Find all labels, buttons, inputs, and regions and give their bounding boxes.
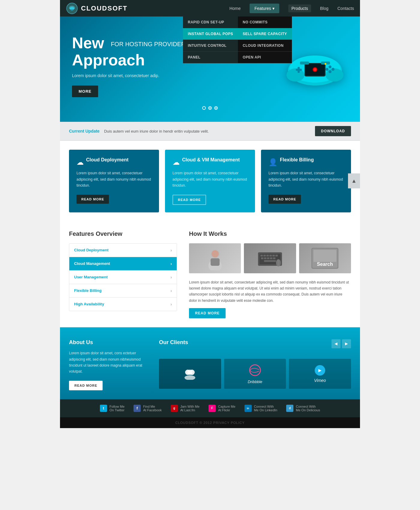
scroll-top-button[interactable]: ▲ [348, 173, 360, 188]
nav-links: Home Features ▾ Products Blog Contacts [230, 4, 354, 13]
service-text-2: Lorem ipsum dolor sit amet, consectetuer… [172, 170, 248, 188]
dropdown-right-col: NO COMMITS SELL SPARE CAPACITY CLOUD INT… [238, 16, 292, 63]
footer-blue: About Us Lorem ipsum dolor sit amet, con… [60, 327, 360, 399]
clients-nav-arrows: ◄ ► [332, 339, 351, 348]
how-it-works-text: Lorem ipsum dolor sit amet, consectetuer… [189, 279, 351, 304]
slider-dot-3[interactable] [214, 106, 218, 110]
update-label: Current Update [69, 129, 100, 134]
social-twitter[interactable]: t Follow Me On Twitter [100, 405, 124, 412]
svg-rect-38 [264, 260, 276, 262]
how-image-search: Search [299, 243, 351, 273]
hero-approach: Approach [72, 51, 145, 69]
service-card-cloud-vm: ☁ Cloud & VM Management Lorem ipsum dolo… [165, 150, 255, 212]
footer-clients-title: Our Clients [159, 339, 188, 346]
chevron-right-icon-1: › [170, 261, 172, 266]
social-delicious[interactable]: d Connect With Me On Delicious [286, 405, 320, 412]
slider-dot-2[interactable] [208, 106, 212, 110]
footer-clients: Our Clients ◄ ► Dr [159, 339, 351, 389]
accordion-cloud-management[interactable]: Cloud Management › [69, 257, 177, 271]
service-title-3: Flexible Billing [280, 157, 314, 163]
clients-prev-button[interactable]: ◄ [332, 339, 340, 348]
dropdown-open-api[interactable]: OPEN API [238, 52, 292, 63]
accordion-cloud-deployment[interactable]: Cloud Deployment › [69, 244, 177, 257]
svg-point-11 [314, 68, 316, 71]
footer-about-read-more[interactable]: READ MORE [69, 381, 103, 390]
svg-rect-36 [270, 257, 272, 259]
dropdown-instant-global-pops[interactable]: INSTANT GLOBAL POPS [183, 28, 238, 40]
dropdown-sell-spare-capacity[interactable]: SELL SPARE CAPACITY [238, 28, 292, 40]
vimeo-label: Vimeo [314, 378, 326, 383]
svg-rect-33 [261, 257, 263, 259]
dropdown-no-commits[interactable]: NO COMMITS [238, 16, 292, 28]
logo-icon [66, 2, 78, 14]
svg-rect-18 [300, 62, 309, 64]
social-flickr[interactable]: F Capture Me At Flickr [208, 405, 235, 412]
hero-more-button[interactable]: MORE [72, 86, 98, 97]
service-card-cloud-deployment: ☁ Cloud Deployment Lorem ipsum dolor sit… [69, 150, 159, 212]
twitter-icon: t [100, 405, 107, 412]
nav-products[interactable]: Products [288, 4, 311, 12]
features-section: Features Overview Cloud Deployment › Clo… [60, 221, 360, 328]
service-read-more-2[interactable]: READ MORE [172, 195, 206, 205]
footer-about: About Us Lorem ipsum dolor sit amet, con… [69, 339, 147, 390]
service-read-more-1[interactable]: READ MORE [76, 195, 109, 204]
feature-accordion: Cloud Deployment › Cloud Management › Us… [69, 243, 177, 311]
flickr-icon: F [208, 405, 216, 412]
update-bar: Current Update Duis autem vel eum iriure… [60, 122, 360, 141]
clients-grid: Dribbble ▶ Vimeo [159, 359, 351, 389]
how-it-works-read-more[interactable]: READ MORE [189, 308, 226, 318]
svg-rect-30 [269, 255, 272, 256]
dribbble-label: Dribbble [248, 380, 262, 384]
chevron-right-icon-0: › [170, 248, 172, 253]
dropdown-cloud-integration[interactable]: CLOUD INTEGRATION [238, 40, 292, 52]
chevron-right-icon-4: › [170, 302, 172, 307]
svg-rect-29 [266, 255, 269, 256]
footer-about-text: Lorem ipsum dolor sit amet, cons ectetue… [69, 350, 147, 375]
how-images-row: Search [189, 243, 351, 273]
features-dropdown: RAPID CDN SET-UP INSTANT GLOBAL POPS INT… [183, 16, 292, 63]
vimeo-play-icon: ▶ [315, 365, 325, 376]
logo-area: CLOUDSOFT [66, 2, 128, 14]
social-flickr-label: Capture Me At Flickr [218, 405, 235, 412]
slider-dots [72, 106, 348, 110]
dropdown-rapid-cdn[interactable]: RAPID CDN SET-UP [183, 16, 238, 28]
dropdown-left-col: RAPID CDN SET-UP INSTANT GLOBAL POPS INT… [183, 16, 238, 63]
social-linkedin[interactable]: in Connect With Me On LinkedIn [244, 405, 278, 412]
copyright-text: CLOUDSOFT © 2012 PRIVACY POLICY [175, 421, 244, 424]
dropdown-intuitive-control[interactable]: INTUITIVE CONTROL [183, 40, 238, 52]
billing-icon: 👤 Flexible Billing [268, 157, 344, 167]
features-dropdown-btn[interactable]: Features ▾ [250, 4, 279, 13]
accordion-user-management[interactable]: User Management › [69, 271, 177, 284]
nav-home[interactable]: Home [230, 6, 241, 11]
nav-blog[interactable]: Blog [320, 6, 328, 11]
copyright-bar: CLOUDSOFT © 2012 PRIVACY POLICY [60, 417, 360, 428]
social-delicious-label: Connect With Me On Delicious [296, 405, 320, 412]
service-card-billing: 👤 Flexible Billing Lorem ipsum dolor sit… [261, 150, 351, 212]
nav-contacts[interactable]: Contacts [338, 6, 354, 11]
svg-point-48 [184, 375, 195, 380]
lastfm-icon: g [171, 405, 178, 412]
service-title-1: Cloud Deployment [86, 157, 128, 163]
cloud-vm-icon: ☁ Cloud & VM Management [172, 157, 248, 167]
social-lastfm[interactable]: g Jam With Me At Last.fm [171, 405, 200, 412]
social-lastfm-label: Jam With Me At Last.fm [180, 405, 200, 412]
features-overview-title: Features Overview [69, 230, 177, 237]
how-image-keyboard [244, 243, 296, 273]
service-read-more-3[interactable]: READ MORE [268, 195, 301, 204]
slider-dot-1[interactable] [202, 106, 206, 110]
service-text-1: Lorem ipsum dolor sit amet, consectetuer… [76, 170, 152, 188]
chevron-right-icon-3: › [170, 288, 172, 293]
svg-rect-37 [273, 257, 275, 259]
download-button[interactable]: DOWNLOAD [315, 126, 351, 136]
svg-rect-27 [260, 255, 263, 256]
svg-point-47 [187, 370, 193, 375]
social-facebook[interactable]: f Find Me At Facebook [134, 405, 162, 412]
accordion-flexible-billing[interactable]: Flexible Billing › [69, 284, 177, 298]
clients-next-button[interactable]: ► [342, 339, 351, 348]
svg-text:Search: Search [317, 262, 333, 267]
svg-point-7 [326, 68, 344, 82]
chevron-right-icon-2: › [170, 275, 172, 280]
svg-rect-31 [272, 255, 275, 256]
dropdown-panel[interactable]: PANEL [183, 52, 238, 63]
accordion-high-availability[interactable]: High Availability › [69, 298, 177, 311]
